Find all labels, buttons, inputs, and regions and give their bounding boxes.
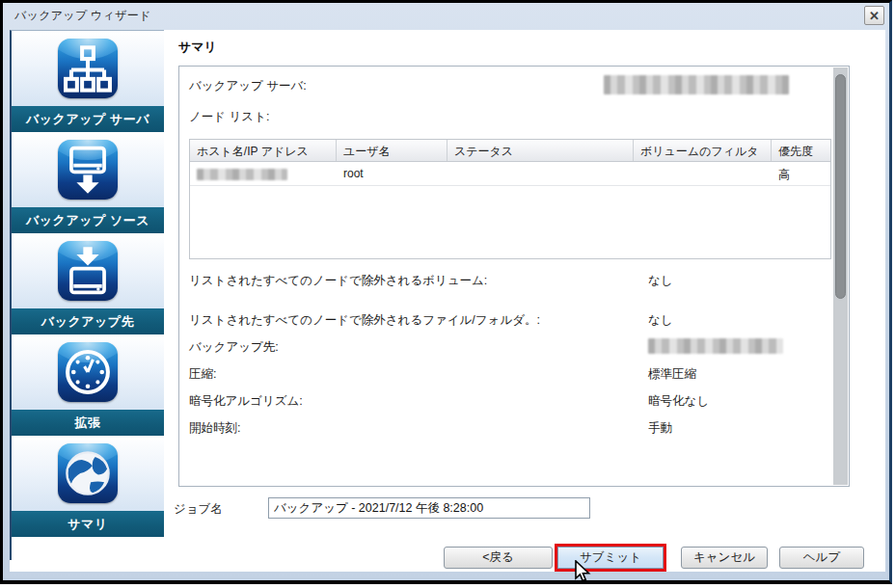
wizard-dialog: バックアップ サーバ [10,30,885,572]
close-button[interactable]: ✕ [864,6,884,25]
cell-priority: 高 [772,162,828,185]
summary-page: サマリ バックアップ サーバ: ノード リスト: ホスト名/IP アドレス ユー… [164,30,885,572]
globe-icon [58,443,118,503]
window-title: バックアップ ウィザード [14,8,151,24]
col-header-volume-filter: ボリュームのフィルタ [634,140,772,161]
col-header-host: ホスト名/IP アドレス [190,140,337,161]
page-title: サマリ [178,39,217,56]
step-icon-cell [12,233,164,308]
cell-volume-filter [634,162,772,185]
node-list-label: ノード リスト: [189,109,269,125]
compression-value: 標準圧縮 [648,366,696,383]
col-header-priority: 優先度 [772,140,828,161]
wizard-steps-sidebar: バックアップ サーバ [10,30,164,560]
summary-panel: バックアップ サーバ: ノード リスト: ホスト名/IP アドレス ユーザ名 ス… [178,66,850,487]
step-label-backup-server: バックアップ サーバ [12,106,164,132]
panel-scrollbar-track[interactable] [833,67,848,485]
start-time-value: 手動 [648,420,672,437]
mouse-cursor [571,560,592,583]
close-icon: ✕ [869,9,880,23]
col-header-user: ユーザ名 [337,140,448,161]
cancel-button[interactable]: キャンセル [681,547,768,569]
network-tree-icon [58,39,118,98]
col-header-status: ステータス [448,140,634,161]
encryption-label: 暗号化アルゴリズム: [189,393,303,410]
titlebar: バックアップ ウィザード [3,3,889,29]
excluded-files-value: なし [648,312,673,329]
disk-receive-icon [58,241,118,301]
clock-icon [58,342,118,402]
screen: バックアップ ウィザード ✕ [0,0,895,588]
step-label-summary: サマリ [12,511,164,537]
job-name-label: ジョブ名 [174,501,223,518]
compression-label: 圧縮: [189,366,216,383]
cell-host [190,162,337,185]
step-icon-cell [12,31,164,106]
sidebar-step-backup-server[interactable]: バックアップ サーバ [12,31,164,132]
step-label-backup-destination: バックアップ先 [12,308,164,334]
excluded-volumes-label: リストされたすべてのノードで除外されるボリューム: [189,273,487,289]
sidebar-step-summary[interactable]: サマリ [12,436,164,537]
encryption-value: 暗号化なし [648,393,709,410]
excluded-files-label: リストされたすべてのノードで除外されるファイル/フォルダ。: [189,312,540,329]
back-button[interactable]: <戻る [444,547,553,569]
step-label-backup-source: バックアップ ソース [12,207,164,233]
step-icon-cell [12,334,164,410]
backup-server-value-redacted [604,75,789,94]
backup-wizard-window: バックアップ ウィザード ✕ [0,0,892,584]
start-time-label: 開始時刻: [189,420,240,437]
node-table-header: ホスト名/IP アドレス ユーザ名 ステータス ボリュームのフィルタ 優先度 [190,140,830,162]
disk-download-icon [58,140,118,200]
sidebar-step-backup-source[interactable]: バックアップ ソース [12,132,164,233]
node-table-row[interactable]: root 高 [190,162,830,186]
step-label-advanced: 拡張 [12,410,164,436]
step-icon-cell [12,436,164,511]
panel-scrollbar-thumb[interactable] [835,74,846,299]
step-icon-cell [12,132,164,207]
cell-status [448,162,634,185]
job-name-input[interactable] [268,497,590,519]
sidebar-step-advanced[interactable]: 拡張 [12,334,164,436]
sidebar-step-backup-destination[interactable]: バックアップ先 [12,233,164,334]
backup-server-label: バックアップ サーバ: [189,78,307,94]
backup-destination-value-redacted [648,338,783,354]
node-list-table: ホスト名/IP アドレス ユーザ名 ステータス ボリュームのフィルタ 優先度 r… [189,139,831,259]
backup-destination-label: バックアップ先: [189,339,279,356]
host-value-redacted [197,169,287,180]
help-button[interactable]: ヘルプ [779,547,864,569]
cell-user: root [337,162,448,185]
excluded-volumes-value: なし [648,273,673,289]
